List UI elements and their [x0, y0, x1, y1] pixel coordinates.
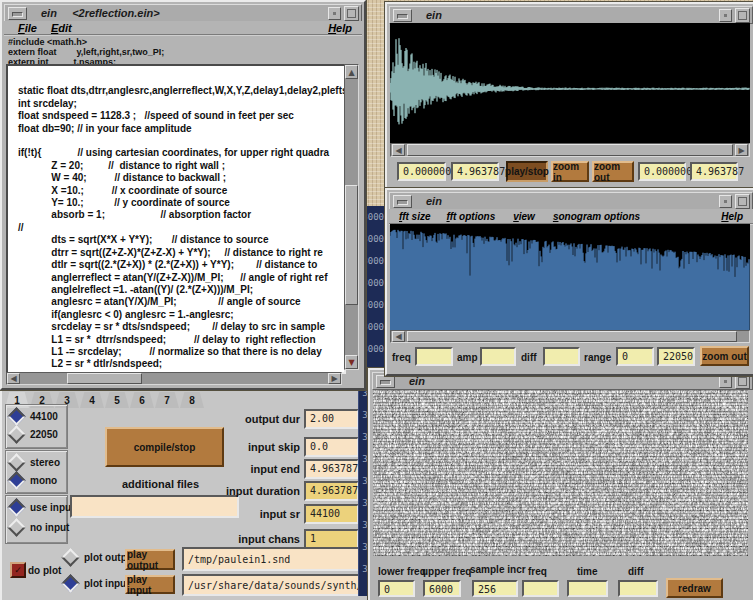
maximize-icon[interactable] — [735, 194, 750, 209]
view-start-field[interactable]: 0.000000 — [397, 162, 446, 181]
freq-field[interactable] — [415, 347, 453, 366]
upper-freq-field[interactable]: 6000 — [423, 580, 461, 597]
scroll-left-icon[interactable]: ◀ — [392, 331, 405, 342]
compile-stop-button[interactable]: compile/stop — [105, 427, 224, 467]
input-skip-field[interactable]: 0.0 — [304, 437, 359, 457]
zoom-out-button[interactable]: zoom out — [592, 161, 634, 182]
selection-start-field[interactable]: 0.000000 — [638, 162, 686, 181]
minimize-icon[interactable] — [719, 375, 732, 388]
amp-field[interactable] — [480, 347, 516, 366]
code-vscroll-thumb[interactable] — [345, 185, 358, 305]
diff-field[interactable] — [543, 347, 580, 366]
radio-diamond-icon[interactable] — [7, 453, 25, 471]
desktop: 3000300030003000300030003000300030003000… — [0, 0, 753, 600]
sono-freq-field[interactable] — [522, 580, 559, 597]
scroll-up-icon[interactable]: ▲ — [345, 65, 358, 79]
output-path-field[interactable]: /tmp/paulein1.snd — [182, 547, 367, 571]
input-end-field[interactable]: 4.963787 — [304, 459, 359, 479]
tab-5[interactable]: 5 — [105, 392, 129, 408]
radio-plot-input[interactable]: plot input — [64, 577, 130, 590]
maximize-icon[interactable] — [735, 8, 750, 23]
spectrum-display[interactable] — [390, 224, 750, 330]
play-input-button[interactable]: play input — [125, 575, 175, 594]
zoom-in-button[interactable]: zoom in — [551, 161, 589, 182]
fft-hscroll-thumb[interactable] — [407, 331, 737, 342]
radio-diamond-icon[interactable] — [7, 425, 25, 443]
menu-edit[interactable]: Edit — [51, 22, 72, 34]
window-menu-icon[interactable] — [393, 195, 412, 208]
scroll-down-icon[interactable]: ▼ — [345, 355, 358, 369]
fft-zoom-out-button[interactable]: zoom out — [700, 346, 749, 366]
radio-no-input[interactable]: no input — [10, 521, 69, 534]
waveform-hscrollbar[interactable]: ◀ ▶ — [390, 143, 750, 157]
radio-diamond-icon[interactable] — [7, 518, 25, 536]
waveform-display[interactable] — [390, 23, 750, 143]
waveform-titlebar[interactable]: ein — [389, 6, 753, 24]
view-end-field[interactable]: 4.963787 — [451, 162, 499, 181]
sono-time-field[interactable] — [567, 580, 608, 597]
play-stop-button[interactable]: play/stop — [506, 161, 548, 182]
radio-use-input[interactable]: use input — [10, 501, 74, 514]
fft-hscrollbar[interactable]: ◀ — [390, 330, 750, 343]
tab-4[interactable]: 4 — [80, 392, 104, 408]
code-window-titlebar[interactable]: ein <2reflection.ein> — [4, 4, 362, 22]
range-high-field[interactable]: 22050 — [657, 347, 695, 366]
scroll-left-icon[interactable]: ◀ — [392, 144, 405, 156]
waveform-title: ein — [412, 9, 442, 21]
sample-incr-field[interactable]: 256 — [472, 580, 518, 597]
radio-diamond-icon[interactable] — [61, 548, 79, 566]
code-vscrollbar[interactable]: ▲ ▼ — [344, 64, 359, 370]
menu-fft-size[interactable]: fft size — [399, 211, 431, 222]
window-menu-icon[interactable] — [8, 7, 27, 20]
menu-help[interactable]: Help — [721, 211, 743, 222]
menu-fft-options[interactable]: fft options — [447, 211, 496, 222]
input-path-field[interactable]: /usr/share/data/sounds/synth/sound1 — [182, 574, 367, 596]
tab-6[interactable]: 6 — [130, 392, 154, 408]
output-dur-label: output dur — [232, 409, 300, 429]
scroll-right-icon[interactable]: ▶ — [735, 144, 748, 156]
output-dur-field[interactable]: 2.00 — [304, 409, 359, 429]
radio-mono[interactable]: mono — [10, 474, 57, 487]
do-plot-label: do plot — [28, 565, 61, 576]
maximize-icon[interactable] — [344, 6, 359, 21]
menu-file[interactable]: File — [18, 22, 37, 34]
radio-44100[interactable]: 44100 — [10, 410, 58, 423]
minimize-icon[interactable] — [719, 195, 732, 208]
radio-label: plot input — [84, 578, 130, 589]
sono-diff-field[interactable] — [618, 580, 658, 597]
radio-label: no input — [30, 522, 69, 533]
sonogram-display[interactable] — [373, 390, 748, 556]
fft-menubar: fft size fft options view sonogram optio… — [389, 209, 753, 225]
input-chans-field[interactable]: 1 — [304, 529, 359, 549]
scroll-right-icon[interactable]: ▶ — [328, 373, 341, 384]
waveform-hscroll-thumb[interactable] — [407, 144, 733, 156]
radio-diamond-icon[interactable] — [7, 471, 25, 489]
minimize-icon[interactable] — [719, 9, 732, 22]
code-text-area[interactable]: static float dts,dtrr,anglesrc,anglerref… — [6, 64, 346, 374]
code-hscroll-thumb[interactable] — [67, 373, 142, 384]
window-menu-icon[interactable] — [376, 375, 395, 388]
do-plot-checkbox[interactable]: ✓ — [10, 562, 26, 578]
selection-end-field[interactable]: 4.963787 — [690, 162, 738, 181]
play-output-button[interactable]: play output — [125, 549, 175, 570]
code-hscrollbar[interactable]: ◀ ▶ — [6, 372, 342, 385]
radio-22050[interactable]: 22050 — [10, 428, 58, 441]
menu-view[interactable]: view — [513, 211, 535, 222]
window-menu-icon[interactable] — [393, 9, 412, 22]
menu-sonogram-options[interactable]: sonogram options — [553, 211, 640, 222]
radio-diamond-icon[interactable] — [7, 407, 25, 425]
radio-stereo[interactable]: stereo — [10, 456, 60, 469]
range-low-field[interactable]: 0 — [616, 347, 654, 366]
menu-help[interactable]: Help — [328, 22, 352, 34]
input-sr-field[interactable]: 44100 — [304, 504, 359, 524]
scroll-left-icon[interactable]: ◀ — [7, 373, 20, 384]
tab-7[interactable]: 7 — [155, 392, 179, 408]
lower-freq-field[interactable]: 0 — [378, 580, 415, 597]
tab-8[interactable]: 8 — [180, 392, 204, 408]
input-duration-field[interactable]: 4.963787 — [304, 481, 359, 501]
minimize-icon[interactable] — [328, 7, 341, 20]
fft-titlebar[interactable]: ein — [389, 192, 753, 210]
radio-diamond-icon[interactable] — [61, 574, 79, 592]
radio-diamond-icon[interactable] — [7, 498, 25, 516]
redraw-button[interactable]: redraw — [666, 578, 723, 598]
